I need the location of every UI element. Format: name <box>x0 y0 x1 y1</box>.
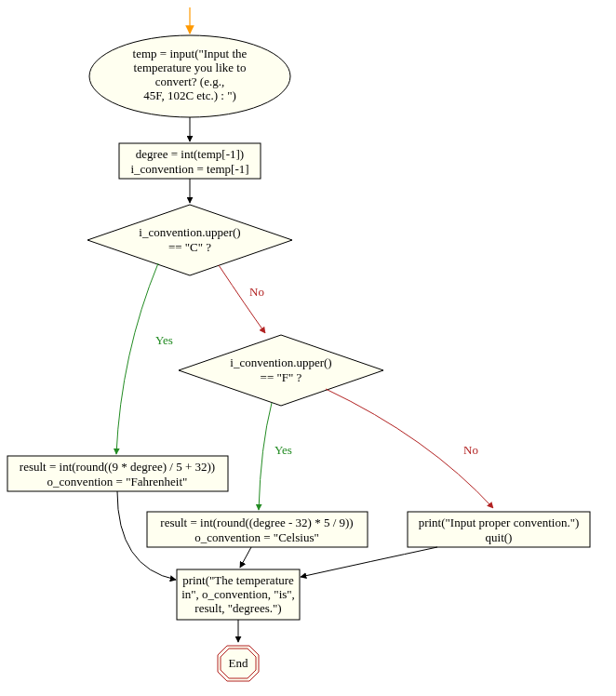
decision-f-node: i_convention.upper() == "F" ? <box>179 335 383 406</box>
edge-n4-yes <box>259 403 272 510</box>
end-text: End <box>229 656 248 670</box>
process-to-f-node: result = int(round((9 * degree) / 5 + 32… <box>7 456 228 491</box>
n1-text-l4: 45F, 102C etc.) : ") <box>143 88 236 102</box>
edge-n3-yes-label: Yes <box>155 333 173 347</box>
process-error-node: print("Input proper convention.") quit() <box>408 512 590 547</box>
n5-text-l1: result = int(round((9 * degree) / 5 + 32… <box>20 460 215 474</box>
n1-text-l2: temperature you like to <box>134 60 247 74</box>
n7-text-l1: print("Input proper convention.") <box>419 515 580 529</box>
n3-text-l2: == "C" ? <box>168 240 211 254</box>
edge-n4-no-label: No <box>463 443 478 457</box>
decision-c-node: i_convention.upper() == "C" ? <box>87 205 292 275</box>
n8-text-l1: print("The temperature <box>182 573 294 587</box>
n1-text-l1: temp = input("Input the <box>133 47 248 60</box>
n2-text-l1: degree = int(temp[-1]) <box>136 147 244 161</box>
edge-n4-yes-label: Yes <box>275 443 292 457</box>
edge-n3-no-label: No <box>249 285 264 299</box>
edge-n7-n8 <box>301 547 437 577</box>
print-result-node: print("The temperature in", o_convention… <box>177 569 300 620</box>
process-to-c-node: result = int(round((degree - 32) * 5 / 9… <box>147 512 368 547</box>
n4-text-l1: i_convention.upper() <box>230 355 331 369</box>
n1-text-l3: convert? (e.g., <box>155 74 224 88</box>
n3-text-l1: i_convention.upper() <box>139 225 240 239</box>
n4-text-l2: == "F" ? <box>261 370 302 384</box>
n6-text-l1: result = int(round((degree - 32) * 5 / 9… <box>160 515 353 529</box>
n8-text-l3: result, "degrees.") <box>194 601 281 615</box>
n2-text-l2: i_convention = temp[-1] <box>130 162 248 176</box>
n5-text-l2: o_convention = "Fahrenheit" <box>47 475 188 489</box>
n7-text-l2: quit() <box>486 530 513 544</box>
edge-n3-yes <box>116 263 158 454</box>
n8-text-l2: in", o_convention, "is", <box>181 587 295 601</box>
edge-n6-n8 <box>240 547 251 568</box>
edge-n3-no <box>219 265 265 333</box>
process-parse-node: degree = int(temp[-1]) i_convention = te… <box>119 143 261 179</box>
end-node: End <box>218 646 259 681</box>
flowchart-canvas: temp = input("Input the temperature you … <box>0 0 616 696</box>
input-node: temp = input("Input the temperature you … <box>89 35 290 117</box>
n6-text-l2: o_convention = "Celsius" <box>194 530 319 544</box>
